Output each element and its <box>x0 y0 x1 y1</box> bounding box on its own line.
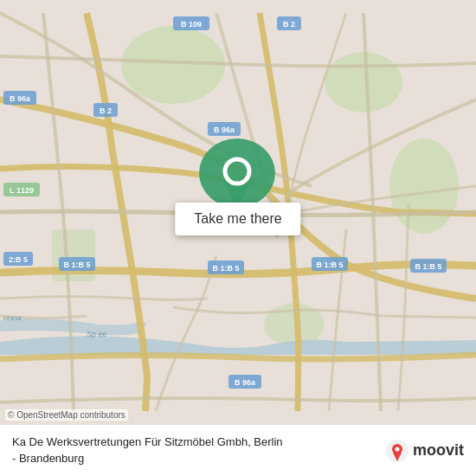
svg-text:B 96a: B 96a <box>10 94 31 103</box>
svg-text:B 2: B 2 <box>100 106 112 115</box>
svg-text:B 1:B 5: B 1:B 5 <box>63 261 90 269</box>
svg-text:L 1129: L 1129 <box>10 186 34 195</box>
location-label: Ka De Werksvertretungen Für Sitzmöbel Gm… <box>12 435 283 464</box>
app: B 109 B 2 B 96a B 2 B 96a L 1129 B 96a B… <box>0 0 476 476</box>
svg-text:B 96a: B 96a <box>235 378 256 387</box>
moovit-label: moovit <box>413 441 464 460</box>
svg-text:B 1:B 5: B 1:B 5 <box>316 261 343 269</box>
bottom-bar: Ka De Werksvertretungen Für Sitzmöbel Gm… <box>0 424 476 476</box>
moovit-icon <box>385 439 409 463</box>
map-attribution: © OpenStreetMap contributors <box>5 409 128 421</box>
location-text: Ka De Werksvertretungen Für Sitzmöbel Gm… <box>12 434 385 466</box>
svg-text:B 1:B 5: B 1:B 5 <box>415 262 441 271</box>
svg-text:B 2: B 2 <box>283 20 295 29</box>
svg-point-2 <box>325 52 402 113</box>
svg-point-3 <box>389 138 459 234</box>
map-area: B 109 B 2 B 96a B 2 B 96a L 1129 B 96a B… <box>0 0 476 424</box>
button-overlay: Take me there <box>175 183 300 235</box>
svg-point-38 <box>395 447 399 451</box>
moovit-logo: moovit <box>385 439 464 463</box>
svg-text:B 1:B 5: B 1:B 5 <box>212 264 239 273</box>
svg-text:B 96a: B 96a <box>214 125 235 134</box>
svg-text:2:B 5: 2:B 5 <box>9 255 28 264</box>
svg-text:Sp ee: Sp ee <box>87 330 107 338</box>
svg-text:ekanal: ekanal <box>3 315 22 321</box>
take-me-there-button[interactable]: Take me there <box>175 203 300 235</box>
svg-text:B 109: B 109 <box>181 20 202 29</box>
